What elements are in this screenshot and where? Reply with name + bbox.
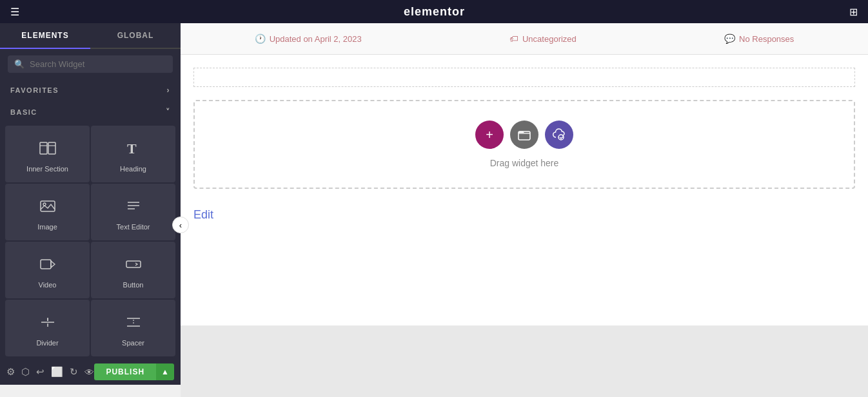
image-label: Image [37, 223, 57, 231]
inner-section-icon [39, 139, 57, 160]
publish-dropdown-button[interactable]: ▲ [156, 363, 174, 380]
logo: elementor [404, 5, 465, 19]
publish-button[interactable]: PUBLISH [94, 363, 156, 380]
sidebar-collapse-toggle[interactable]: ‹ [172, 217, 189, 233]
settings-icon[interactable]: ⚙ [6, 366, 15, 378]
search-icon: 🔍 [14, 59, 25, 69]
sidebar-tabs: ELEMENTS GLOBAL [0, 23, 181, 49]
widget-inner-section[interactable]: Inner Section [5, 126, 90, 182]
search-input-wrapper: 🔍 [8, 55, 173, 73]
post-meta-bar: 🕐 Updated on April 2, 2023 🏷 Uncategoriz… [181, 23, 868, 55]
empty-section-placeholder [193, 68, 855, 87]
text-editor-icon [124, 197, 143, 218]
layers-icon[interactable]: ⬡ [21, 366, 30, 378]
heading-icon: T [124, 139, 143, 160]
drop-zone-label: Drag widget here [490, 158, 559, 168]
meta-updated: 🕐 Updated on April 2, 2023 [255, 34, 362, 44]
tab-elements[interactable]: ELEMENTS [0, 23, 90, 49]
svg-rect-1 [48, 142, 55, 154]
canvas: 🕐 Updated on April 2, 2023 🏷 Uncategoriz… [181, 23, 868, 397]
preview-icon[interactable]: 👁 [84, 367, 94, 378]
meta-updated-text: Updated on April 2, 2023 [270, 34, 362, 44]
svg-marker-11 [51, 261, 55, 267]
tab-global[interactable]: GLOBAL [90, 23, 181, 48]
spacer-icon [124, 313, 143, 334]
button-label: Button [123, 281, 144, 289]
widget-heading[interactable]: T Heading [91, 126, 175, 182]
history-icon[interactable]: ↩ [36, 366, 44, 378]
widget-divider[interactable]: Divider [5, 300, 90, 356]
comment-icon: 💬 [724, 34, 735, 44]
search-container: 🔍 [0, 49, 181, 79]
favorites-section-header[interactable]: FAVORITES › [0, 79, 181, 101]
video-label: Video [39, 281, 57, 289]
svg-rect-0 [40, 142, 47, 154]
hamburger-icon[interactable]: ☰ [10, 6, 19, 18]
meta-category-text: Uncategorized [522, 34, 577, 44]
widget-grid: Inner Section T Heading [0, 123, 181, 359]
clock-icon: 🕐 [255, 34, 266, 44]
drop-zone-buttons: + [475, 121, 573, 149]
text-editor-label: Text Editor [117, 223, 150, 231]
button-icon [124, 255, 143, 276]
content-wrapper: + [181, 55, 868, 325]
video-icon [39, 255, 57, 276]
template-library-button[interactable] [510, 121, 538, 149]
meta-responses-text: No Responses [739, 34, 794, 44]
drop-zone: + [193, 100, 855, 189]
grid-icon[interactable]: ⊞ [849, 6, 858, 18]
tag-icon: 🏷 [509, 34, 518, 44]
add-widget-button[interactable]: + [475, 121, 504, 149]
bottom-tools: ⚙ ⬡ ↩ ⬜ ↻ 👁 [6, 366, 94, 378]
widget-text-editor[interactable]: Text Editor [91, 184, 175, 240]
inner-section-label: Inner Section [26, 165, 68, 173]
bottom-toolbar: ⚙ ⬡ ↩ ⬜ ↻ 👁 PUBLISH ▲ [0, 359, 181, 385]
sidebar: ELEMENTS GLOBAL 🔍 FAVORITES › BASIC ˅ [0, 23, 181, 359]
search-input[interactable] [30, 59, 166, 69]
svg-rect-10 [41, 260, 51, 269]
widget-image[interactable]: Image [5, 184, 90, 240]
top-bar-right: ⊞ [849, 6, 858, 18]
main-layout: ELEMENTS GLOBAL 🔍 FAVORITES › BASIC ˅ [0, 23, 868, 397]
widget-video[interactable]: Video [5, 242, 90, 298]
spacer-label: Spacer [122, 339, 144, 347]
image-icon [39, 197, 57, 218]
basic-chevron-icon: ˅ [166, 108, 171, 117]
cloud-library-button[interactable] [545, 121, 573, 149]
widget-button[interactable]: Button [91, 242, 175, 298]
heading-label: Heading [120, 165, 146, 173]
edit-text[interactable]: Edit [193, 202, 855, 228]
svg-rect-12 [126, 261, 141, 267]
top-bar: ☰ elementor ⊞ [0, 0, 868, 23]
basic-section-header[interactable]: BASIC ˅ [0, 101, 181, 123]
publish-area: PUBLISH ▲ [94, 363, 174, 380]
favorites-label: FAVORITES [10, 86, 59, 94]
top-bar-left: ☰ [10, 6, 19, 18]
svg-text:T: T [127, 140, 137, 157]
redo-icon[interactable]: ↻ [70, 366, 78, 378]
divider-label: Divider [36, 339, 58, 347]
favorites-chevron-icon: › [167, 86, 171, 95]
widget-spacer[interactable]: Spacer [91, 300, 175, 356]
responsive-icon[interactable]: ⬜ [51, 366, 63, 378]
basic-label: BASIC [10, 108, 37, 116]
sidebar-wrapper: ELEMENTS GLOBAL 🔍 FAVORITES › BASIC ˅ [0, 23, 181, 397]
meta-responses: 💬 No Responses [724, 34, 794, 44]
divider-icon [39, 313, 57, 334]
meta-category: 🏷 Uncategorized [509, 34, 577, 44]
